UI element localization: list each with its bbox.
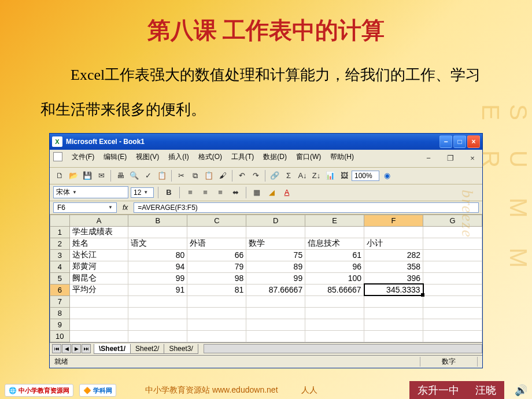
col-header-A[interactable]: A [69, 215, 128, 226]
fill-color-icon[interactable]: ◢ [265, 186, 278, 199]
sort-asc-icon[interactable]: A↓ [296, 169, 309, 182]
excel-window: X Microsoft Excel - Book1 − □ × 文件(F) 编辑… [49, 133, 483, 368]
redo-icon[interactable]: ↷ [249, 169, 262, 182]
menu-tools[interactable]: 工具(T) [231, 152, 254, 165]
spreadsheet-grid[interactable]: A B C D E F G 1 学生成绩表 2 姓名 语文 外语 数学 信息技术… [50, 215, 482, 342]
autosum-icon[interactable]: Σ [282, 169, 295, 182]
tab-nav-next[interactable]: ▶ [72, 344, 81, 353]
decorative-sidebar: S U M M E R breeze [497, 104, 532, 324]
align-left-icon[interactable]: ≡ [184, 186, 197, 199]
cell-A1[interactable]: 学生成绩表 [69, 226, 128, 238]
hyperlink-icon[interactable]: 🔗 [268, 169, 281, 182]
row-header-5[interactable]: 5 [50, 272, 70, 284]
save-icon[interactable]: 💾 [81, 169, 94, 182]
horizontal-scrollbar[interactable] [204, 344, 482, 353]
row-header-7[interactable]: 7 [50, 295, 70, 307]
doc-minimize-button[interactable]: − [422, 152, 435, 165]
row-header-3[interactable]: 3 [50, 249, 70, 261]
cell-A2[interactable]: 姓名 [69, 238, 128, 249]
formula-input[interactable]: =AVERAGE(F3:F5) [134, 202, 479, 213]
col-header-E[interactable]: E [305, 215, 364, 226]
zoom-select[interactable]: 100% [352, 171, 379, 181]
cut-icon[interactable]: ✂ [175, 169, 187, 182]
font-size-select[interactable]: 12▼ [131, 187, 154, 198]
tab-nav-prev[interactable]: ◀ [62, 344, 71, 353]
menu-window[interactable]: 窗口(W) [296, 152, 321, 165]
status-mode: 数字 [420, 357, 478, 367]
titlebar[interactable]: X Microsoft Excel - Book1 − □ × [50, 134, 482, 150]
footer-share: 人人 [301, 385, 317, 396]
menu-file[interactable]: 文件(F) [72, 152, 94, 165]
copy-icon[interactable]: ⧉ [189, 169, 201, 182]
menu-edit[interactable]: 编辑(E) [104, 152, 127, 165]
col-header-C[interactable]: C [187, 215, 246, 226]
bold-icon[interactable]: B [162, 186, 175, 199]
col-header-B[interactable]: B [128, 215, 187, 226]
col-header-D[interactable]: D [246, 215, 305, 226]
cell-B2[interactable]: 语文 [128, 238, 187, 249]
col-header-F[interactable]: F [364, 215, 423, 226]
active-cell-F6[interactable]: 345.3333 [364, 284, 423, 295]
menu-format[interactable]: 格式(O) [198, 152, 222, 165]
menu-help[interactable]: 帮助(H) [330, 152, 354, 165]
align-right-icon[interactable]: ≡ [214, 186, 227, 199]
print-icon[interactable]: 🖶 [114, 169, 127, 182]
logo-edu-resource: 🌐中小学教育资源网 [5, 384, 73, 397]
select-all-corner[interactable] [50, 215, 70, 226]
paste-icon[interactable]: 📋 [202, 169, 215, 182]
font-name-select[interactable]: 宋体▼ [53, 186, 128, 198]
statusbar: 就绪 数字 [50, 355, 482, 368]
preview-icon[interactable]: 🔍 [128, 169, 141, 182]
font-color-icon[interactable]: A [280, 186, 293, 199]
new-icon[interactable]: 🗋 [53, 169, 66, 182]
row-header-9[interactable]: 9 [50, 319, 70, 330]
sheet-tab-2[interactable]: Sheet2/ [130, 344, 164, 354]
doc-restore-button[interactable]: ❐ [444, 152, 457, 165]
borders-icon[interactable]: ▦ [250, 186, 263, 199]
open-icon[interactable]: 📂 [67, 169, 80, 182]
sort-desc-icon[interactable]: Z↓ [310, 169, 323, 182]
cell-F2[interactable]: 小计 [364, 238, 423, 249]
menu-view[interactable]: 视图(V) [136, 152, 159, 165]
row-header-4[interactable]: 4 [50, 261, 70, 272]
cell-A4[interactable]: 郑黄河 [69, 261, 128, 272]
menu-insert[interactable]: 插入(I) [168, 152, 189, 165]
cell-A5[interactable]: 阙昆仑 [69, 272, 128, 284]
tab-nav-last[interactable]: ⏭ [82, 344, 91, 353]
document-icon [53, 152, 62, 161]
spelling-icon[interactable]: ✓ [142, 169, 154, 182]
undo-icon[interactable]: ↶ [235, 169, 248, 182]
merge-center-icon[interactable]: ⬌ [229, 186, 242, 199]
row-header-6[interactable]: 6 [50, 284, 70, 295]
cell-E2[interactable]: 信息技术 [305, 238, 364, 249]
row-header-8[interactable]: 8 [50, 307, 70, 319]
menubar: 文件(F) 编辑(E) 视图(V) 插入(I) 格式(O) 工具(T) 数据(D… [50, 150, 482, 168]
menu-data[interactable]: 数据(D) [263, 152, 287, 165]
format-toolbar: 宋体▼ 12▼ B ≡ ≡ ≡ ⬌ ▦ ◢ A [50, 184, 482, 201]
sheet-tab-1[interactable]: \Sheet1/ [94, 344, 131, 354]
cell-D2[interactable]: 数学 [246, 238, 305, 249]
row-header-10[interactable]: 10 [50, 330, 70, 342]
cell-A6[interactable]: 平均分 [69, 284, 128, 295]
name-box[interactable]: F6▼ [53, 202, 117, 213]
sheet-tab-3[interactable]: Sheet3/ [164, 344, 198, 354]
drawing-icon[interactable]: 🖼 [338, 169, 350, 182]
row-header-2[interactable]: 2 [50, 238, 70, 249]
cell-C2[interactable]: 外语 [187, 238, 246, 249]
research-icon[interactable]: 📋 [156, 169, 168, 182]
align-center-icon[interactable]: ≡ [199, 186, 212, 199]
format-painter-icon[interactable]: 🖌 [216, 169, 229, 182]
chart-icon[interactable]: 📊 [324, 169, 337, 182]
cell-A3[interactable]: 达长江 [69, 249, 128, 261]
sound-icon[interactable]: 🔊 [515, 384, 527, 397]
permission-icon[interactable]: ✉ [95, 169, 108, 182]
maximize-button[interactable]: □ [453, 135, 466, 148]
status-ready: 就绪 [54, 357, 258, 367]
fx-icon[interactable]: fx [118, 204, 132, 212]
standard-toolbar: 🗋 📂 💾 ✉ 🖶 🔍 ✓ 📋 ✂ ⧉ 📋 🖌 ↶ ↷ 🔗 Σ A↓ Z↓ 📊 … [50, 168, 482, 184]
minimize-button[interactable]: − [439, 135, 452, 148]
help-icon[interactable]: ◉ [380, 169, 393, 182]
tab-nav-first[interactable]: ⏮ [52, 344, 61, 353]
credit-box: 东升一中 汪晓 [409, 381, 504, 399]
row-header-1[interactable]: 1 [50, 226, 70, 238]
